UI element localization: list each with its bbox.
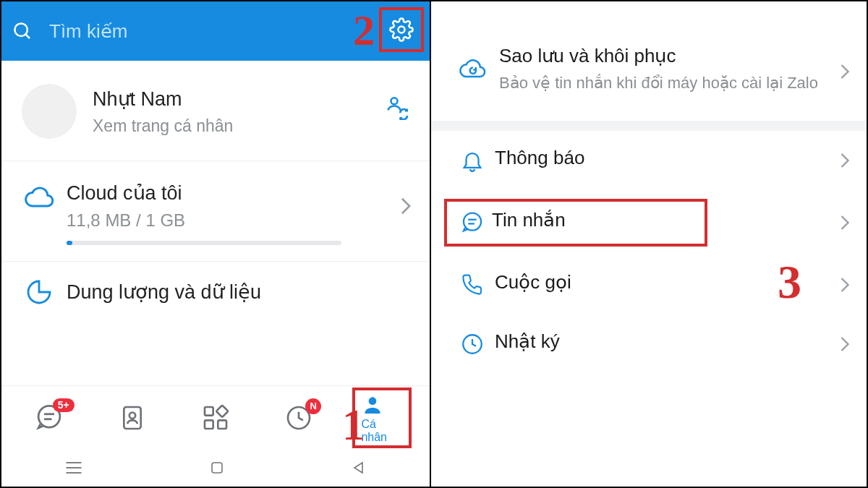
messages-badge: 5+ (53, 398, 75, 412)
tutorial-split-view: Tìm kiếm 2 Nhựt Nam Xem trang cá nhân (1, 1, 867, 487)
svg-point-2 (398, 26, 404, 33)
svg-line-1 (25, 34, 30, 38)
profile-subtitle: Xem trang cá nhân (93, 116, 409, 136)
step-2-annotation: 2 (353, 6, 375, 56)
my-cloud-row[interactable]: Cloud của tôi 11,8 MB / 1 GB (1, 161, 430, 262)
cloud-restore-icon (450, 59, 495, 80)
settings-screen: Sao lưu và khôi phục Bảo vệ tin nhắn khi… (431, 1, 867, 487)
nav-contacts[interactable] (103, 403, 162, 432)
svg-point-14 (369, 397, 377, 405)
cloud-icon (12, 181, 67, 209)
avatar (22, 84, 77, 139)
cloud-progress-fill (67, 241, 72, 245)
messages-label: Tin nhắn (492, 209, 566, 231)
messages-row-wrapper: Tin nhắn (431, 190, 867, 255)
chevron-right-icon (841, 215, 849, 231)
chevron-right-icon (841, 153, 849, 168)
svg-rect-11 (218, 420, 226, 429)
backup-title: Sao lưu và khôi phục (499, 45, 848, 67)
storage-row[interactable]: Dung lượng và dữ liệu (1, 262, 430, 307)
diary-label: Nhật ký (495, 330, 560, 353)
account-sync-icon[interactable] (383, 94, 409, 120)
svg-point-3 (391, 98, 398, 104)
timeline-badge: N (305, 398, 321, 414)
nav-discover[interactable] (186, 403, 245, 432)
backup-restore-row[interactable]: Sao lưu và khôi phục Bảo vệ tin nhắn khi… (431, 1, 867, 131)
pie-chart-icon (12, 278, 67, 307)
svg-rect-10 (205, 420, 213, 429)
nav-timeline[interactable]: N (269, 403, 328, 432)
messages-row[interactable]: Tin nhắn (444, 199, 707, 247)
message-icon (453, 210, 492, 235)
profile-text-block: Nhựt Nam Xem trang cá nhân (93, 87, 409, 136)
bell-icon (450, 147, 495, 174)
backup-subtitle: Bảo vệ tin nhắn khi đổi máy hoặc cài lại… (499, 72, 848, 95)
svg-marker-19 (354, 463, 362, 473)
storage-title: Dung lượng và dữ liệu (67, 281, 261, 304)
android-home-icon[interactable] (208, 459, 226, 476)
cloud-usage: 11,8 MB / 1 GB (67, 210, 409, 231)
calls-label: Cuộc gọi (495, 271, 571, 294)
svg-point-20 (464, 213, 481, 230)
notifications-row[interactable]: Thông báo (431, 131, 867, 190)
backup-text-block: Sao lưu và khôi phục Bảo vệ tin nhắn khi… (495, 45, 848, 95)
gear-icon (389, 17, 414, 42)
chevron-right-icon (841, 336, 849, 352)
cloud-text-block: Cloud của tôi 11,8 MB / 1 GB (67, 181, 409, 245)
notifications-label: Thông báo (495, 147, 584, 169)
android-back-icon[interactable] (350, 459, 367, 476)
bottom-nav: 5+ N Cá nhân 1 (1, 385, 430, 449)
cloud-title: Cloud của tôi (67, 181, 409, 205)
chevron-right-icon (841, 277, 849, 293)
phone-icon (450, 273, 495, 296)
header-bar: Tìm kiếm 2 (1, 1, 430, 61)
svg-point-0 (14, 23, 27, 36)
calls-row[interactable]: Cuộc gọi (431, 255, 867, 314)
svg-point-8 (129, 412, 135, 418)
profile-name: Nhựt Nam (93, 87, 409, 111)
cloud-progress-bar (67, 241, 341, 245)
svg-rect-9 (205, 407, 213, 416)
svg-rect-18 (212, 463, 222, 473)
profile-screen: Tìm kiếm 2 Nhựt Nam Xem trang cá nhân (1, 1, 431, 487)
diary-row[interactable]: Nhật ký (431, 314, 867, 374)
clock-icon (450, 332, 495, 356)
chevron-right-icon (841, 64, 849, 80)
search-icon[interactable] (12, 20, 33, 42)
android-menu-icon[interactable] (64, 461, 84, 475)
profile-row[interactable]: Nhựt Nam Xem trang cá nhân (1, 61, 430, 161)
settings-button[interactable] (379, 7, 424, 52)
android-nav-bar (1, 449, 430, 487)
svg-rect-12 (216, 405, 228, 416)
nav-messages[interactable]: 5+ (20, 403, 79, 433)
step-1-annotation: 1 (342, 399, 365, 450)
nav-personal-label: Cá nhân (361, 418, 403, 444)
chevron-right-icon (401, 197, 411, 215)
